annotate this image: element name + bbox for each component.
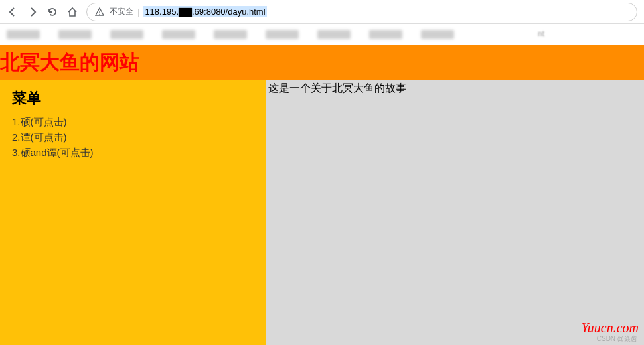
url-text[interactable]: 118.195.▇▇.69:8080/dayu.html xyxy=(143,6,266,17)
page-title: 北冥大鱼的网站 xyxy=(0,49,644,76)
browser-toolbar: 不安全 | 118.195.▇▇.69:8080/dayu.html xyxy=(0,0,644,24)
csdn-mark: CSDN @焱齿 xyxy=(597,334,637,344)
main-area: 菜单 1.硕(可点击) 2.谭(可点击) 3.硕and谭(可点击) 这是一个关于… xyxy=(0,80,644,345)
divider: | xyxy=(137,7,139,17)
forward-icon[interactable] xyxy=(27,6,39,18)
warning-icon xyxy=(94,6,106,18)
watermark: Yuucn.com xyxy=(582,320,639,336)
address-bar[interactable]: 不安全 | 118.195.▇▇.69:8080/dayu.html xyxy=(86,3,637,21)
header-banner: 北冥大鱼的网站 xyxy=(0,45,644,80)
bookmarks-bar: nt xyxy=(0,24,644,45)
home-icon[interactable] xyxy=(66,6,78,18)
menu-item-3[interactable]: 3.硕and谭(可点击) xyxy=(12,145,254,161)
bookmark-fragment: nt xyxy=(538,29,544,38)
menu-heading: 菜单 xyxy=(12,88,254,108)
page-content: 北冥大鱼的网站 菜单 1.硕(可点击) 2.谭(可点击) 3.硕and谭(可点击… xyxy=(0,45,644,345)
content-pane: 这是一个关于北冥大鱼的故事 Yuucn.com CSDN @焱齿 xyxy=(266,80,644,345)
menu-item-1[interactable]: 1.硕(可点击) xyxy=(12,115,254,130)
back-icon[interactable] xyxy=(7,6,19,18)
reload-icon[interactable] xyxy=(46,6,58,18)
sidebar: 菜单 1.硕(可点击) 2.谭(可点击) 3.硕and谭(可点击) xyxy=(0,80,266,345)
svg-point-1 xyxy=(99,13,100,14)
menu-item-2[interactable]: 2.谭(可点击) xyxy=(12,130,254,145)
insecure-label: 不安全 xyxy=(110,6,133,17)
content-text: 这是一个关于北冥大鱼的故事 xyxy=(268,82,641,96)
